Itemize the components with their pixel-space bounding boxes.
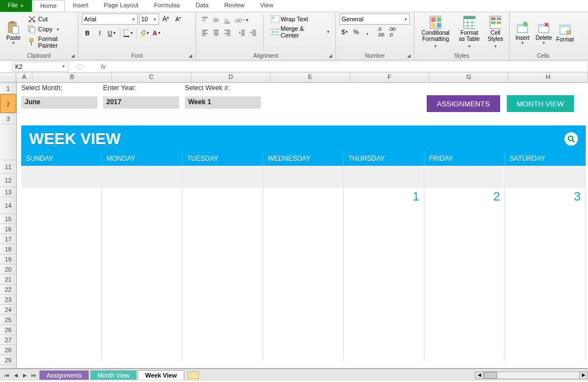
delete-cells-button[interactable]: Delete ▼ <box>534 13 553 52</box>
hscroll-track[interactable] <box>484 371 579 379</box>
week-column[interactable] <box>505 205 586 362</box>
date-cell[interactable] <box>102 188 183 205</box>
row-header[interactable]: 23 <box>0 295 16 305</box>
week-column[interactable] <box>183 205 263 362</box>
row-header[interactable]: 28 <box>0 345 16 355</box>
week-selector[interactable]: Week 1 <box>185 96 261 109</box>
row-header[interactable]: 2 <box>0 94 16 113</box>
currency-button[interactable]: $▼ <box>339 26 351 38</box>
row-header[interactable]: 17 <box>0 234 16 244</box>
col-header-f[interactable]: F <box>350 73 430 82</box>
col-header-d[interactable]: D <box>192 73 271 82</box>
number-format-combo[interactable]: General▼ <box>339 13 410 25</box>
sheet-nav-next[interactable]: ▶ <box>20 371 29 380</box>
align-right-button[interactable] <box>222 27 233 38</box>
sheet-nav-prev[interactable]: ◀ <box>11 371 20 380</box>
date-cell[interactable] <box>21 188 102 205</box>
clipboard-launcher[interactable]: ◢ <box>71 53 77 59</box>
row-header[interactable]: 13 <box>0 187 16 197</box>
number-launcher[interactable]: ◢ <box>407 53 413 59</box>
alignment-launcher[interactable]: ◢ <box>329 53 334 59</box>
italic-button[interactable]: I <box>94 27 105 39</box>
decrease-indent-button[interactable] <box>236 27 248 38</box>
font-color-button[interactable]: A▼ <box>151 27 162 39</box>
font-family-combo[interactable]: Arial▼ <box>82 13 138 25</box>
underline-button[interactable]: U▼ <box>106 27 118 39</box>
day-gray-cell[interactable] <box>102 166 183 188</box>
wrap-text-button[interactable]: abc Wrap Text <box>268 15 332 24</box>
comma-button[interactable]: , <box>362 26 373 38</box>
week-column[interactable] <box>424 205 505 362</box>
day-gray-cell[interactable] <box>344 166 424 188</box>
day-gray-cell[interactable] <box>505 166 586 188</box>
copy-button[interactable]: Copy▼ <box>26 25 74 34</box>
week-column[interactable] <box>344 205 424 362</box>
hscroll-right[interactable]: ▶ <box>579 371 588 379</box>
align-bottom-button[interactable] <box>222 15 233 26</box>
assignments-button[interactable]: ASSIGNMENTS <box>427 95 500 112</box>
row-header[interactable]: 15 <box>0 214 16 224</box>
row-header[interactable]: 3 <box>0 113 16 124</box>
sheet-nav-first[interactable]: ⏮ <box>2 371 11 380</box>
shrink-font-button[interactable]: A▾ <box>172 13 184 25</box>
conditional-formatting-button[interactable]: Conditional Formatting ▼ <box>418 13 454 52</box>
sheet-tab-assignments[interactable]: Assignments <box>39 370 89 380</box>
row-header[interactable]: 20 <box>0 264 16 274</box>
row-header[interactable]: 29 <box>0 355 16 365</box>
formula-input[interactable] <box>109 62 588 72</box>
cell-styles-button[interactable]: Cell Styles ▼ <box>485 13 506 52</box>
search-button[interactable] <box>564 132 578 146</box>
file-menu[interactable]: File▼ <box>0 0 32 12</box>
sheet-canvas[interactable]: Select Month: Enter Year: Select Week #:… <box>17 83 588 369</box>
format-painter-button[interactable]: Format Painter <box>26 35 74 49</box>
row-header[interactable] <box>0 124 16 160</box>
date-cell[interactable]: 1 <box>344 188 424 205</box>
row-header[interactable]: 1 <box>0 83 16 94</box>
tab-data[interactable]: Data <box>188 0 216 12</box>
week-column[interactable] <box>263 205 344 362</box>
increase-decimal-button[interactable]: .0.00 <box>375 26 386 38</box>
row-header[interactable]: 11 <box>0 160 16 174</box>
tab-review[interactable]: Review <box>216 0 252 12</box>
align-middle-button[interactable] <box>211 15 222 26</box>
format-cells-button[interactable]: Format <box>556 13 575 52</box>
cut-button[interactable]: Cut <box>26 15 74 24</box>
sheet-tab-month-view[interactable]: Month View <box>90 370 137 380</box>
grow-font-button[interactable]: A▴ <box>160 13 171 25</box>
col-header-e[interactable]: E <box>270 73 350 82</box>
col-header-h[interactable]: H <box>508 73 588 82</box>
row-header[interactable]: 26 <box>0 325 16 335</box>
day-gray-cell[interactable] <box>424 166 505 188</box>
date-cell[interactable]: 3 <box>505 188 586 205</box>
day-gray-cell[interactable] <box>21 166 102 188</box>
align-left-button[interactable] <box>199 27 211 38</box>
row-header[interactable]: 24 <box>0 305 16 315</box>
tab-insert[interactable]: Insert <box>65 0 96 12</box>
paste-button[interactable]: Paste ▼ <box>3 13 24 52</box>
week-column[interactable] <box>21 205 102 362</box>
row-header[interactable]: 27 <box>0 335 16 345</box>
tab-formulas[interactable]: Formulas <box>146 0 188 12</box>
font-launcher[interactable]: ◢ <box>189 53 194 59</box>
week-column[interactable] <box>102 205 183 362</box>
col-header-b[interactable]: B <box>32 73 112 82</box>
col-header-g[interactable]: G <box>430 73 509 82</box>
fx-label[interactable]: fx <box>101 63 106 70</box>
percent-button[interactable]: % <box>351 26 362 38</box>
year-selector[interactable]: 2017 <box>103 96 179 109</box>
row-header[interactable]: 14 <box>0 197 16 214</box>
bold-button[interactable]: B <box>82 27 93 39</box>
fill-color-button[interactable]: ▼ <box>139 27 150 39</box>
col-header-a[interactable]: A <box>16 73 32 82</box>
name-box[interactable]: K2 ▼ <box>12 62 68 72</box>
sheet-tab-week-view[interactable]: Week View <box>138 370 184 380</box>
month-view-button[interactable]: MONTH VIEW <box>507 95 575 112</box>
date-cell[interactable] <box>263 188 344 205</box>
date-cell[interactable]: 2 <box>424 188 505 205</box>
borders-button[interactable]: ▼ <box>123 27 134 39</box>
align-center-button[interactable] <box>211 27 222 38</box>
row-header[interactable]: 19 <box>0 254 16 264</box>
orientation-button[interactable]: ab↗▼ <box>236 15 248 26</box>
tab-home[interactable]: Home <box>32 0 65 12</box>
row-header[interactable]: 21 <box>0 274 16 285</box>
